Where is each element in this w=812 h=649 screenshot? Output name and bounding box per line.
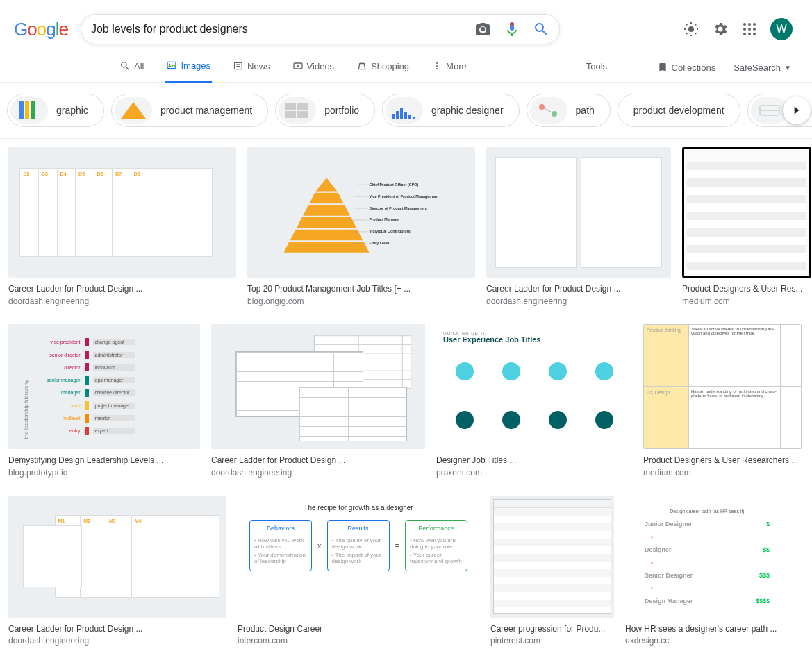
google-logo[interactable]: Google <box>14 19 68 40</box>
svg-marker-48 <box>297 217 356 228</box>
tab-tools[interactable]: Tools <box>585 54 608 81</box>
result-thumbnail[interactable] <box>486 147 671 278</box>
image-result-card[interactable]: Design career path (as HR sees it)Junior… <box>625 496 779 646</box>
chip-product-management[interactable]: product management <box>111 94 268 127</box>
result-title: Career Ladder for Product Design ... <box>8 623 226 635</box>
collections-label: Collections <box>672 62 716 73</box>
result-source: intercom.com <box>238 636 479 646</box>
result-thumbnail[interactable]: Design career path (as HR sees it)Junior… <box>625 496 779 618</box>
result-thumbnail[interactable] <box>211 324 425 449</box>
result-source: medium.com <box>682 296 811 306</box>
result-thumbnail[interactable]: The recipe for growth as a designerBehav… <box>238 496 479 618</box>
avatar[interactable]: W <box>770 18 793 40</box>
svg-point-19 <box>169 64 171 65</box>
mic-icon[interactable] <box>504 21 520 37</box>
chip-path[interactable]: path <box>527 94 611 127</box>
svg-rect-29 <box>31 101 35 119</box>
image-result-card[interactable]: Chief Product Officer (CPO) Vice Preside… <box>247 147 475 306</box>
svg-rect-35 <box>392 114 395 119</box>
chip-label: portfolio <box>324 105 359 116</box>
search-icon[interactable] <box>533 21 549 37</box>
result-source: praxent.com <box>436 468 632 478</box>
result-source: doordash.engineering <box>486 296 671 306</box>
svg-marker-30 <box>121 102 146 119</box>
result-thumbnail[interactable] <box>682 147 811 278</box>
svg-rect-40 <box>413 117 415 119</box>
image-result-card[interactable]: The recipe for growth as a designerBehav… <box>238 496 479 646</box>
chip-label: path <box>576 105 595 116</box>
result-source: blog.prototypr.io <box>8 468 200 478</box>
result-thumbnail[interactable] <box>490 496 614 618</box>
tab-images[interactable]: Images <box>165 53 212 83</box>
chip-thumb-icon <box>10 97 48 124</box>
svg-marker-45 <box>316 178 338 191</box>
tab-videos-label: Videos <box>307 61 335 71</box>
result-source: pinterest.com <box>490 636 614 646</box>
chip-portfolio[interactable]: portfolio <box>275 94 375 127</box>
tab-news[interactable]: News <box>231 53 272 81</box>
tab-images-label: Images <box>181 60 210 71</box>
svg-text:Vice President of Product Mana: Vice President of Product Management <box>370 194 439 198</box>
chip-scroll-right-button[interactable] <box>783 96 811 124</box>
image-result-card[interactable]: Product thinkingTakes an active interest… <box>643 324 802 478</box>
related-chips: graphicproduct managementportfoliographi… <box>0 83 812 139</box>
chevron-down-icon: ▼ <box>784 64 791 71</box>
chip-label: graphic designer <box>431 105 504 116</box>
svg-point-0 <box>688 26 694 32</box>
tab-more[interactable]: More <box>430 53 468 81</box>
svg-point-10 <box>748 23 751 26</box>
svg-line-4 <box>695 33 696 34</box>
svg-line-8 <box>695 24 696 25</box>
svg-line-7 <box>686 33 687 34</box>
image-result-card[interactable]: D2D3D4D5D6D7D8 Career Ladder for Product… <box>8 147 236 306</box>
image-results: D2D3D4D5D6D7D8 Career Ladder for Product… <box>0 139 812 649</box>
chip-label: product development <box>633 105 724 116</box>
result-title: Career Ladder for Product Design ... <box>211 455 425 466</box>
collections-link[interactable]: Collections <box>657 62 716 73</box>
tab-more-label: More <box>446 61 467 71</box>
result-thumbnail[interactable]: D2D3D4D5D6D7D8 <box>8 147 236 278</box>
result-title: Career progression for Produ... <box>490 623 614 635</box>
apps-grid-icon[interactable] <box>741 21 758 37</box>
image-result-card[interactable]: Product Designers & User Res... medium.c… <box>682 147 811 306</box>
result-thumbnail[interactable]: Chief Product Officer (CPO) Vice Preside… <box>247 147 475 278</box>
result-thumbnail[interactable]: QUICK GUIDE TOUser Experience Job Titles <box>436 324 632 449</box>
chip-label: product management <box>160 105 252 116</box>
result-title: Product Designers & User Researchers ... <box>643 455 802 466</box>
result-thumbnail[interactable]: Product thinkingTakes an active interest… <box>643 324 802 449</box>
tab-videos[interactable]: Videos <box>291 53 336 81</box>
image-result-card[interactable]: Career Ladder for Product Design ... doo… <box>486 147 671 306</box>
tab-shopping[interactable]: Shopping <box>355 53 411 81</box>
image-result-card[interactable]: QUICK GUIDE TOUser Experience Job Titles… <box>436 324 632 478</box>
tab-all-label: All <box>134 61 144 71</box>
tab-tools-label: Tools <box>586 61 607 71</box>
result-thumbnail[interactable]: the leadership hierarchy vice president … <box>8 324 200 449</box>
image-result-card[interactable]: the leadership hierarchy vice president … <box>8 324 200 478</box>
search-bar[interactable] <box>81 14 560 44</box>
svg-point-25 <box>436 65 438 67</box>
result-title: Career Ladder for Product Design ... <box>8 283 236 295</box>
svg-text:Entry Level: Entry Level <box>370 241 390 245</box>
gear-icon[interactable] <box>712 21 729 37</box>
camera-icon[interactable] <box>474 21 491 37</box>
result-thumbnail[interactable]: M1M2M3M4 <box>8 496 226 618</box>
chip-product-development[interactable]: product development <box>618 94 740 127</box>
search-input[interactable] <box>91 23 474 35</box>
result-source: doordash.engineering <box>211 468 425 478</box>
image-result-card[interactable]: M1M2M3M4 Career Ladder for Product Desig… <box>8 496 226 646</box>
svg-rect-33 <box>285 111 296 118</box>
result-title: Designer Job Titles ... <box>436 455 632 466</box>
sun-theme-icon[interactable] <box>683 21 699 37</box>
chip-thumb-icon <box>279 97 316 124</box>
svg-point-24 <box>436 62 438 64</box>
chip-graphic-designer[interactable]: graphic designer <box>382 94 520 127</box>
chip-graphic[interactable]: graphic <box>7 94 104 127</box>
svg-point-13 <box>748 28 751 31</box>
svg-point-16 <box>748 33 751 35</box>
image-result-card[interactable]: Career Ladder for Product Design ... doo… <box>211 324 425 478</box>
tab-shopping-label: Shopping <box>371 61 409 71</box>
tab-all[interactable]: All <box>118 53 145 81</box>
tab-news-label: News <box>247 61 270 71</box>
safesearch-dropdown[interactable]: SafeSearch ▼ <box>734 62 791 73</box>
image-result-card[interactable]: Career progression for Produ... pinteres… <box>490 496 614 646</box>
